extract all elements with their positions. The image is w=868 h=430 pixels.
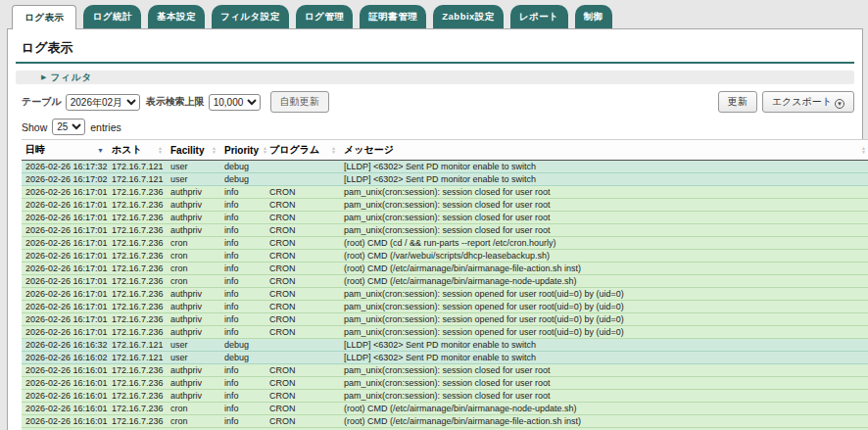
cell-program <box>265 161 340 173</box>
page-title: ログ表示 <box>14 37 856 62</box>
cell-datetime: 2026-02-26 16:17:01 <box>22 186 108 199</box>
tab-label: フィルタ設定 <box>220 11 280 24</box>
table-row[interactable]: 2026-02-26 16:17:01 172.16.7.236 authpri… <box>22 288 868 301</box>
cell-priority: info <box>220 199 265 212</box>
tab[interactable]: ログ表示 <box>12 5 76 29</box>
cell-priority: debug <box>220 339 265 352</box>
cell-program: CRON <box>265 275 340 288</box>
cell-message: [LLDP] <6302> Sent PD monitor enable to … <box>340 161 868 173</box>
table-row[interactable]: 2026-02-26 16:16:01 172.16.7.236 authpri… <box>22 364 868 377</box>
table-row[interactable]: 2026-02-26 16:17:01 172.16.7.236 authpri… <box>22 186 868 199</box>
column-header-label: メッセージ <box>344 143 394 157</box>
cell-program: CRON <box>265 237 340 250</box>
cell-host: 172.16.7.121 <box>108 173 167 186</box>
table-row[interactable]: 2026-02-26 16:16:02 172.16.7.121 user de… <box>22 352 868 364</box>
table-row[interactable]: 2026-02-26 16:17:01 172.16.7.236 authpri… <box>22 212 868 224</box>
table-row[interactable]: 2026-02-26 16:17:01 172.16.7.236 cron in… <box>22 250 868 263</box>
table-row[interactable]: 2026-02-26 16:17:02 172.16.7.121 user de… <box>22 173 868 186</box>
table-row[interactable]: 2026-02-26 16:17:01 172.16.7.236 authpri… <box>22 313 868 326</box>
tab[interactable]: Zabbix設定 <box>433 5 504 28</box>
cell-host: 172.16.7.236 <box>108 301 167 313</box>
cell-priority: debug <box>220 161 265 173</box>
table-row[interactable]: 2026-02-26 16:16:32 172.16.7.121 user de… <box>22 339 868 352</box>
cell-priority: info <box>220 301 265 313</box>
tab-label: レポート <box>519 11 559 24</box>
column-header[interactable]: ホスト ▲▼ <box>108 140 167 161</box>
sort-icons: ▲▼ <box>212 146 217 154</box>
table-row[interactable]: 2026-02-26 16:16:01 172.16.7.236 cron in… <box>22 415 868 428</box>
column-header-label: Facility <box>170 145 204 156</box>
tab[interactable]: 制御 <box>575 5 612 28</box>
cell-facility: user <box>167 352 220 364</box>
column-header[interactable]: Facility ▲▼ <box>167 140 220 161</box>
refresh-button[interactable]: 更新 <box>718 91 757 113</box>
cell-datetime: 2026-02-26 16:17:01 <box>22 301 108 313</box>
limit-select[interactable]: 10,000 <box>209 94 261 111</box>
cell-host: 172.16.7.236 <box>108 212 167 224</box>
cell-program: CRON <box>265 212 340 224</box>
column-header[interactable]: Priority ▲▼ <box>220 140 265 161</box>
cell-datetime: 2026-02-26 16:17:01 <box>22 237 108 250</box>
page-size-select[interactable]: 25 <box>52 119 85 135</box>
cell-facility: authpriv <box>167 224 220 237</box>
table-row[interactable]: 2026-02-26 16:17:01 172.16.7.236 authpri… <box>22 199 868 212</box>
table-select[interactable]: 2026年02月 <box>66 94 140 111</box>
cell-program: CRON <box>265 403 340 415</box>
tab-label: Zabbix設定 <box>442 11 495 24</box>
column-header[interactable]: メッセージ ▲▼ <box>340 140 868 161</box>
tab[interactable]: ログ統計 <box>83 5 140 28</box>
cell-host: 172.16.7.236 <box>108 326 167 339</box>
column-header[interactable]: プログラム ▲▼ <box>265 140 340 161</box>
table-row[interactable]: 2026-02-26 16:17:32 172.16.7.121 user de… <box>22 161 868 173</box>
cell-datetime: 2026-02-26 16:16:01 <box>22 364 108 377</box>
cell-host: 172.16.7.121 <box>108 352 167 364</box>
tab[interactable]: 証明書管理 <box>360 5 426 28</box>
table-row[interactable]: 2026-02-26 16:17:01 172.16.7.236 cron in… <box>22 237 868 250</box>
table-row[interactable]: 2026-02-26 16:17:01 172.16.7.236 authpri… <box>22 224 868 237</box>
table-row[interactable]: 2026-02-26 16:17:01 172.16.7.236 cron in… <box>22 275 868 288</box>
column-header-label: Priority <box>224 145 259 156</box>
cell-message: [LLDP] <6302> Sent PD monitor enable to … <box>340 339 868 352</box>
cell-message: (root) CMD (/etc/airmanage/bin/airmanage… <box>340 263 868 275</box>
tab[interactable]: 基本設定 <box>148 5 205 28</box>
tab-label: ログ表示 <box>24 12 64 24</box>
cell-datetime: 2026-02-26 16:16:01 <box>22 403 108 415</box>
cell-host: 172.16.7.236 <box>108 250 167 263</box>
cell-datetime: 2026-02-26 16:17:01 <box>22 313 108 326</box>
title-divider <box>16 62 854 64</box>
cell-datetime: 2026-02-26 16:17:01 <box>22 199 108 212</box>
cell-datetime: 2026-02-26 16:17:01 <box>22 263 108 275</box>
cell-program: CRON <box>265 364 340 377</box>
cell-program: CRON <box>265 326 340 339</box>
cell-priority: info <box>220 390 265 403</box>
cell-facility: cron <box>167 250 220 263</box>
table-row[interactable]: 2026-02-26 16:16:01 172.16.7.236 authpri… <box>22 377 868 390</box>
tab[interactable]: レポート <box>510 5 568 28</box>
cell-host: 172.16.7.236 <box>108 263 167 275</box>
table-row[interactable]: 2026-02-26 16:17:01 172.16.7.236 cron in… <box>22 263 868 275</box>
filter-toggle[interactable]: ▶ フィルタ <box>16 71 854 84</box>
cell-datetime: 2026-02-26 16:17:01 <box>22 288 108 301</box>
log-table-header: 日時 ▲▼ ホスト ▲▼ Facility <box>22 140 868 161</box>
table-row[interactable]: 2026-02-26 16:17:01 172.16.7.236 authpri… <box>22 301 868 313</box>
cell-priority: info <box>220 186 265 199</box>
tab[interactable]: ログ管理 <box>296 5 353 28</box>
table-row[interactable]: 2026-02-26 16:17:01 172.16.7.236 authpri… <box>22 326 868 339</box>
cell-message: [LLDP] <6302> Sent PD monitor enable to … <box>340 173 868 186</box>
column-header[interactable]: 日時 ▲▼ <box>22 140 108 161</box>
cell-program: CRON <box>265 415 340 428</box>
cell-host: 172.16.7.236 <box>108 403 167 415</box>
auto-update-button[interactable]: 自動更新 <box>270 91 329 113</box>
cell-priority: debug <box>220 173 265 186</box>
tab[interactable]: フィルタ設定 <box>212 5 289 28</box>
cell-message: pam_unix(cron:session): session closed f… <box>340 377 868 390</box>
log-table: 日時 ▲▼ ホスト ▲▼ Facility <box>22 139 868 430</box>
table-row[interactable]: 2026-02-26 16:16:01 172.16.7.236 authpri… <box>22 390 868 403</box>
header-row: 日時 ▲▼ ホスト ▲▼ Facility <box>22 140 868 161</box>
tab-label: 制御 <box>584 11 603 24</box>
cell-message: pam_unix(cron:session): session closed f… <box>340 212 868 224</box>
table-row[interactable]: 2026-02-26 16:16:01 172.16.7.236 cron in… <box>22 403 868 415</box>
cell-datetime: 2026-02-26 16:17:01 <box>22 326 108 339</box>
cell-priority: info <box>220 415 265 428</box>
export-button[interactable]: エクスポート▼ <box>762 91 854 113</box>
